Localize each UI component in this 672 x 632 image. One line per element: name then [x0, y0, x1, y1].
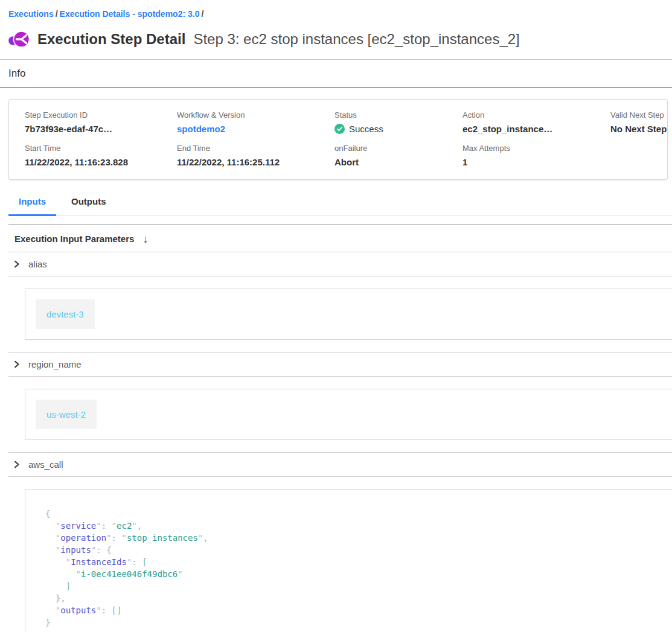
field-step-execution-id: Step Execution ID 7b73f93e-edaf-47c…: [25, 110, 177, 134]
field-start-time: Start Time 11/22/2022, 11:16:23.828: [25, 144, 177, 167]
breadcrumb-link-execution-details[interactable]: Execution Details - spotdemo2: 3.0: [60, 9, 200, 19]
collapse-down-arrow-icon[interactable]: ↓: [142, 234, 148, 244]
field-status: Status Success: [334, 110, 462, 134]
params-header-title: Execution Input Parameters: [14, 234, 134, 244]
tab-outputs[interactable]: Outputs: [61, 196, 117, 216]
field-label: Step Execution ID: [25, 110, 177, 120]
field-label: Action: [462, 110, 610, 120]
chevron-right-icon[interactable]: [13, 260, 21, 268]
breadcrumb-link-executions[interactable]: Executions: [8, 9, 54, 19]
page-title: Execution Step Detail: [37, 31, 185, 48]
page-header: Execution Step Detail Step 3: ec2 stop i…: [0, 19, 672, 60]
workflow-branch-logo-icon: [8, 29, 30, 49]
param-body-alias: devtest-3: [8, 289, 672, 353]
chevron-right-icon[interactable]: [13, 360, 21, 368]
field-label: Valid Next Step: [610, 110, 664, 120]
breadcrumb-separator: /: [199, 9, 205, 19]
field-max-attempts: Max Attempts 1: [462, 144, 610, 167]
status-text: Success: [349, 124, 383, 134]
breadcrumb: Executions/Execution Details - spotdemo2…: [0, 0, 672, 19]
breadcrumb-separator: /: [54, 9, 60, 19]
field-label: onFailure: [334, 144, 462, 153]
field-action: Action ec2_stop_instance…: [462, 110, 610, 134]
param-json-panel: { "service": "ec2", "operation": "stop_i…: [25, 489, 672, 632]
param-row-alias[interactable]: alias: [8, 252, 672, 276]
param-name: region_name: [28, 359, 82, 369]
param-name: aws_call: [28, 459, 63, 470]
execution-input-parameters: Execution Input Parameters ↓ alias devte…: [8, 225, 672, 632]
field-label: End Time: [177, 144, 334, 153]
param-section-alias: alias devtest-3: [8, 252, 672, 353]
field-value: 1: [462, 157, 610, 167]
field-label: Workflow & Version: [177, 110, 334, 120]
params-header: Execution Input Parameters ↓: [8, 225, 672, 252]
field-valid-next-step: Valid Next Step No Next Step: [610, 110, 664, 134]
field-label: Start Time: [25, 144, 177, 153]
workflow-link[interactable]: spotdemo2: [177, 124, 334, 134]
param-name: alias: [28, 259, 47, 269]
inputs-outputs-tabbar: Inputs Outputs: [8, 196, 672, 216]
param-section-aws-call: aws_call { "service": "ec2", "operation"…: [8, 453, 672, 632]
field-onfailure: onFailure Abort: [334, 144, 462, 167]
tab-inputs[interactable]: Inputs: [8, 196, 56, 216]
field-value: 7b73f93e-edaf-47c…: [25, 124, 177, 134]
param-row-aws-call[interactable]: aws_call: [8, 453, 672, 477]
field-label: Status: [334, 110, 462, 120]
field-workflow-version: Workflow & Version spotdemo2: [177, 110, 334, 134]
field-value: 11/22/2022, 11:16:25.112: [177, 157, 334, 167]
field-end-time: End Time 11/22/2022, 11:16:25.112: [177, 144, 334, 167]
field-value: Abort: [334, 157, 462, 167]
field-value: 11/22/2022, 11:16:23.828: [25, 157, 177, 167]
success-check-icon: [334, 124, 345, 134]
param-value-panel: devtest-3: [25, 289, 672, 340]
param-body-region-name: us-west-2: [8, 389, 672, 453]
json-code: { "service": "ec2", "operation": "stop_i…: [45, 508, 672, 628]
param-value-chip: us-west-2: [36, 400, 97, 429]
page-subtitle: Step 3: ec2 stop instances [ec2_stop_ins…: [193, 31, 519, 48]
field-value: ec2_stop_instance…: [462, 124, 610, 134]
step-info-card: Step Execution ID 7b73f93e-edaf-47c… Wor…: [8, 99, 668, 180]
field-label: Max Attempts: [462, 144, 610, 153]
param-body-aws-call: { "service": "ec2", "operation": "stop_i…: [8, 489, 672, 632]
field-empty: [610, 144, 664, 167]
field-value: No Next Step: [610, 124, 664, 134]
param-value-chip: devtest-3: [36, 299, 95, 329]
chevron-right-icon[interactable]: [13, 461, 21, 468]
param-section-region-name: region_name us-west-2: [8, 353, 672, 453]
param-value-panel: us-west-2: [25, 389, 672, 440]
info-section-label: Info: [0, 60, 672, 88]
param-row-region-name[interactable]: region_name: [8, 353, 672, 377]
